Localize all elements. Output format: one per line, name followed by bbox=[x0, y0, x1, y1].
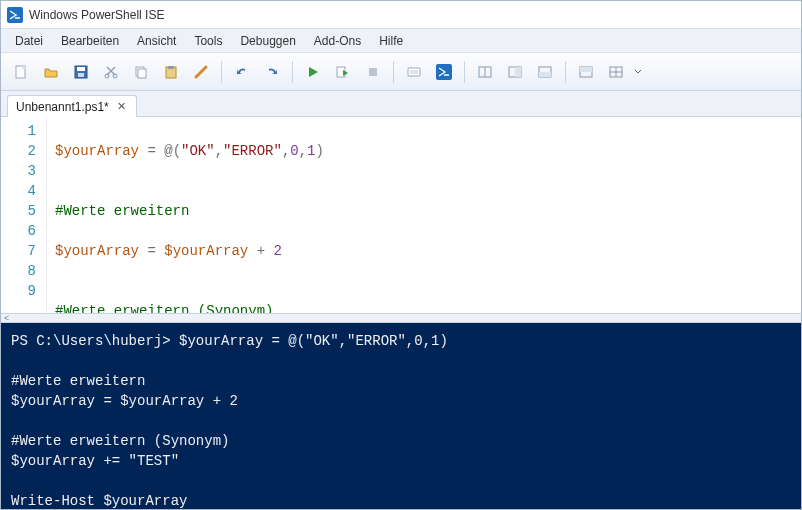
line-number: 7 bbox=[1, 241, 36, 261]
menu-hilfe[interactable]: Hilfe bbox=[371, 32, 411, 50]
tab-label: Unbenannt1.ps1* bbox=[16, 100, 109, 114]
app-window: Windows PowerShell ISE Datei Bearbeiten … bbox=[0, 0, 802, 510]
toolbar-separator bbox=[464, 61, 465, 83]
chevron-left-icon: < bbox=[4, 313, 9, 323]
toolbar-separator bbox=[565, 61, 566, 83]
svg-rect-2 bbox=[22, 66, 25, 69]
pane-right-icon[interactable] bbox=[501, 58, 529, 86]
code-area[interactable]: $yourArray = @("OK","ERROR",0,1) #Werte … bbox=[47, 117, 801, 313]
menu-bearbeiten[interactable]: Bearbeiten bbox=[53, 32, 127, 50]
svg-rect-15 bbox=[410, 70, 418, 74]
new-remote-icon[interactable] bbox=[400, 58, 428, 86]
toolbar-separator bbox=[393, 61, 394, 83]
console-pane[interactable]: PS C:\Users\huberj> $yourArray = @("OK",… bbox=[1, 323, 801, 509]
line-number: 8 bbox=[1, 261, 36, 281]
pane-bottom-icon[interactable] bbox=[531, 58, 559, 86]
svg-rect-22 bbox=[539, 72, 551, 77]
script-editor[interactable]: 1 2 3 4 5 6 7 8 9 $yourArray = @("OK","E… bbox=[1, 117, 801, 313]
line-number: 5 bbox=[1, 201, 36, 221]
more-icon[interactable] bbox=[632, 58, 644, 86]
stop-icon[interactable] bbox=[359, 58, 387, 86]
line-number: 2 bbox=[1, 141, 36, 161]
show-command-icon[interactable] bbox=[602, 58, 630, 86]
close-icon[interactable]: ✕ bbox=[115, 100, 128, 113]
toolbar-separator bbox=[221, 61, 222, 83]
menu-addons[interactable]: Add-Ons bbox=[306, 32, 369, 50]
code-line: #Werte erweitern (Synonym) bbox=[55, 301, 793, 313]
console-output: PS C:\Users\huberj> $yourArray = @("OK",… bbox=[11, 333, 448, 509]
run-icon[interactable] bbox=[299, 58, 327, 86]
svg-rect-24 bbox=[580, 67, 592, 72]
clear-icon[interactable] bbox=[187, 58, 215, 86]
code-line: $yourArray = $yourArray + 2 bbox=[55, 241, 793, 261]
redo-icon[interactable] bbox=[258, 58, 286, 86]
svg-rect-11 bbox=[168, 66, 174, 69]
titlebar: Windows PowerShell ISE bbox=[1, 1, 801, 29]
line-gutter: 1 2 3 4 5 6 7 8 9 bbox=[1, 117, 47, 313]
menubar: Datei Bearbeiten Ansicht Tools Debuggen … bbox=[1, 29, 801, 53]
copy-icon[interactable] bbox=[127, 58, 155, 86]
menu-datei[interactable]: Datei bbox=[7, 32, 51, 50]
menu-ansicht[interactable]: Ansicht bbox=[129, 32, 184, 50]
undo-icon[interactable] bbox=[228, 58, 256, 86]
editor-tab[interactable]: Unbenannt1.ps1* ✕ bbox=[7, 95, 137, 117]
line-number: 6 bbox=[1, 221, 36, 241]
line-number: 3 bbox=[1, 161, 36, 181]
code-line: #Werte erweitern bbox=[55, 201, 793, 221]
pane-both-icon[interactable] bbox=[471, 58, 499, 86]
toolbar bbox=[1, 53, 801, 91]
line-number: 9 bbox=[1, 281, 36, 301]
menu-debuggen[interactable]: Debuggen bbox=[232, 32, 303, 50]
paste-icon[interactable] bbox=[157, 58, 185, 86]
new-file-icon[interactable] bbox=[7, 58, 35, 86]
code-line: $yourArray = @("OK","ERROR",0,1) bbox=[55, 141, 793, 161]
window-title: Windows PowerShell ISE bbox=[29, 8, 164, 22]
svg-rect-9 bbox=[138, 69, 146, 78]
tabstrip: Unbenannt1.ps1* ✕ bbox=[1, 91, 801, 117]
run-selection-icon[interactable] bbox=[329, 58, 357, 86]
svg-rect-20 bbox=[515, 67, 521, 77]
app-icon bbox=[7, 7, 23, 23]
save-icon[interactable] bbox=[67, 58, 95, 86]
svg-rect-5 bbox=[78, 73, 84, 77]
powershell-icon[interactable] bbox=[430, 58, 458, 86]
pane-splitter[interactable]: < bbox=[1, 313, 801, 323]
toolbar-separator bbox=[292, 61, 293, 83]
svg-rect-4 bbox=[77, 67, 85, 71]
menu-tools[interactable]: Tools bbox=[186, 32, 230, 50]
open-folder-icon[interactable] bbox=[37, 58, 65, 86]
line-number: 4 bbox=[1, 181, 36, 201]
cut-icon[interactable] bbox=[97, 58, 125, 86]
show-script-icon[interactable] bbox=[572, 58, 600, 86]
svg-rect-13 bbox=[369, 68, 377, 76]
line-number: 1 bbox=[1, 121, 36, 141]
